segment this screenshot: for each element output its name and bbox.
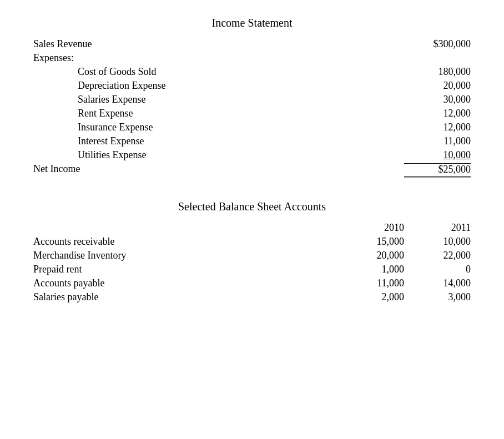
page-container: Income Statement Sales Revenue $300,000 … [33, 17, 471, 303]
rent-expense-label: Rent Expense [78, 108, 404, 119]
net-income-amount: $25,000 [404, 163, 471, 178]
insurance-expense-label: Insurance Expense [78, 122, 404, 133]
balance-sheet-header: 2010 2011 [33, 222, 471, 234]
utilities-expense-label: Utilities Expense [78, 149, 404, 161]
merchandise-inventory-2011: 22,000 [404, 250, 471, 261]
depreciation-expense-amount: 20,000 [404, 80, 471, 92]
sales-revenue-amount: $300,000 [404, 38, 471, 50]
merchandise-inventory-row: Merchandise Inventory 20,000 22,000 [33, 250, 471, 261]
balance-label-col-header [33, 222, 337, 234]
utilities-expense-amount: 10,000 [404, 149, 471, 161]
accounts-receivable-2011: 10,000 [404, 236, 471, 248]
net-income-label: Net Income [33, 163, 404, 178]
depreciation-expense-row: Depreciation Expense 20,000 [33, 80, 471, 92]
interest-expense-label: Interest Expense [78, 135, 404, 147]
rent-expense-row: Rent Expense 12,000 [33, 108, 471, 119]
net-income-row: Net Income $25,000 [33, 163, 471, 178]
balance-sheet-section: Selected Balance Sheet Accounts 2010 201… [33, 200, 471, 303]
salaries-payable-row: Salaries payable 2,000 3,000 [33, 291, 471, 303]
accounts-receivable-label: Accounts receivable [33, 236, 337, 248]
salaries-expense-amount: 30,000 [404, 94, 471, 105]
salaries-payable-label: Salaries payable [33, 291, 337, 303]
accounts-payable-2010: 11,000 [337, 277, 404, 289]
merchandise-inventory-2010: 20,000 [337, 250, 404, 261]
cost-of-goods-sold-row: Cost of Goods Sold 180,000 [33, 66, 471, 78]
interest-expense-amount: 11,000 [404, 135, 471, 147]
accounts-payable-row: Accounts payable 11,000 14,000 [33, 277, 471, 289]
salaries-payable-2010: 2,000 [337, 291, 404, 303]
salaries-expense-label: Salaries Expense [78, 94, 404, 105]
prepaid-rent-row: Prepaid rent 1,000 0 [33, 264, 471, 275]
expenses-label: Expenses: [33, 52, 471, 64]
accounts-receivable-2010: 15,000 [337, 236, 404, 248]
balance-sheet-title: Selected Balance Sheet Accounts [33, 200, 471, 213]
prepaid-rent-label: Prepaid rent [33, 264, 337, 275]
balance-year2-header: 2011 [404, 222, 471, 234]
accounts-receivable-row: Accounts receivable 15,000 10,000 [33, 236, 471, 248]
rent-expense-amount: 12,000 [404, 108, 471, 119]
income-statement-title: Income Statement [33, 17, 471, 29]
salaries-payable-2011: 3,000 [404, 291, 471, 303]
cost-of-goods-sold-amount: 180,000 [404, 66, 471, 78]
prepaid-rent-2010: 1,000 [337, 264, 404, 275]
utilities-expense-row: Utilities Expense 10,000 [33, 149, 471, 161]
balance-year1-header: 2010 [337, 222, 404, 234]
sales-revenue-row: Sales Revenue $300,000 [33, 38, 471, 50]
income-statement-section: Income Statement Sales Revenue $300,000 … [33, 17, 471, 178]
sales-revenue-label: Sales Revenue [33, 38, 404, 50]
insurance-expense-amount: 12,000 [404, 122, 471, 133]
depreciation-expense-label: Depreciation Expense [78, 80, 404, 92]
insurance-expense-row: Insurance Expense 12,000 [33, 122, 471, 133]
accounts-payable-2011: 14,000 [404, 277, 471, 289]
prepaid-rent-2011: 0 [404, 264, 471, 275]
interest-expense-row: Interest Expense 11,000 [33, 135, 471, 147]
merchandise-inventory-label: Merchandise Inventory [33, 250, 337, 261]
salaries-expense-row: Salaries Expense 30,000 [33, 94, 471, 105]
cost-of-goods-sold-label: Cost of Goods Sold [78, 66, 404, 78]
accounts-payable-label: Accounts payable [33, 277, 337, 289]
